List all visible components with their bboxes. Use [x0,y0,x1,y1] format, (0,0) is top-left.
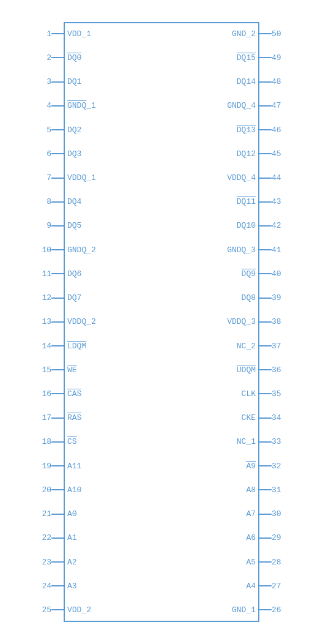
pin-line-right-50 [259,33,272,34]
pin-line-left-12 [51,298,64,299]
label-right-48: DQ14 [237,70,256,93]
pin-line-left-17 [51,417,64,419]
pin-row-right-49: 49 [259,46,285,69]
pin-line-left-19 [51,465,64,466]
pin-number-20: 20 [38,486,51,494]
pin-row-left-17: 17 [38,406,64,430]
pin-number-36: 36 [272,366,285,374]
pin-number-26: 26 [272,606,285,614]
pin-line-right-34 [259,417,272,419]
pin-row-left-18: 18 [38,430,64,454]
pin-line-right-38 [259,321,272,323]
pin-line-right-35 [259,393,272,394]
pin-row-right-45: 45 [259,142,285,165]
label-left-24: A3 [67,574,158,597]
pin-number-12: 12 [38,294,51,302]
label-right-29: A6 [246,526,256,550]
pin-row-right-44: 44 [259,166,285,189]
pin-row-left-8: 8 [38,190,64,214]
pin-row-right-47: 47 [259,94,285,118]
pin-number-38: 38 [272,318,285,326]
pin-row-left-1: 1 [38,22,64,45]
pin-line-right-30 [259,514,272,515]
pin-line-left-24 [51,585,64,586]
pin-row-right-34: 34 [259,406,285,430]
label-right-46: DQ13 [237,118,256,141]
pin-line-right-27 [259,585,272,586]
pin-number-18: 18 [38,438,51,446]
pin-line-left-4 [51,105,64,107]
pin-number-34: 34 [272,414,285,422]
pin-line-right-44 [259,178,272,179]
pin-row-left-11: 11 [38,262,64,285]
pin-row-left-25: 25 [38,598,64,621]
pin-line-right-40 [259,273,272,274]
pin-row-left-24: 24 [38,574,64,597]
label-right-37: NC_2 [237,334,256,358]
label-left-13: VDDQ_2 [67,310,158,334]
pin-line-right-29 [259,537,272,539]
label-left-25: VDD_2 [67,598,158,621]
labels-right-col: GND_2DQ15DQ14GNDQ_4DQ13DQ12VDDQ_4DQ11DQ1… [162,22,259,622]
label-right-47: GNDQ_4 [227,94,256,118]
pin-number-17: 17 [38,414,51,422]
pin-row-left-3: 3 [38,70,64,93]
pin-row-right-32: 32 [259,454,285,477]
pin-number-11: 11 [38,270,51,278]
label-left-7: VDDQ_1 [67,166,158,189]
label-right-42: DQ10 [237,214,256,238]
pin-labels-container: VDD_1DQ0DQ1GNDQ_1DQ2DQ3VDDQ_1DQ4DQ5GNDQ_… [64,22,259,622]
pin-row-left-13: 13 [38,310,64,334]
pin-line-right-33 [259,441,272,443]
pin-row-left-4: 4 [38,94,64,118]
pin-number-41: 41 [272,246,285,254]
pin-number-13: 13 [38,318,51,326]
pin-number-47: 47 [272,102,285,110]
pin-number-31: 31 [272,486,285,494]
pin-line-right-49 [259,57,272,58]
pin-line-left-10 [51,249,64,250]
label-left-17: RAS [67,406,158,430]
pin-number-43: 43 [272,198,285,206]
pin-number-6: 6 [38,150,51,158]
pin-number-46: 46 [272,126,285,134]
pin-row-left-19: 19 [38,454,64,477]
label-right-44: VDDQ_4 [227,166,256,189]
pin-line-right-41 [259,249,272,250]
pin-line-right-26 [259,609,272,610]
pin-line-right-32 [259,465,272,466]
pin-number-42: 42 [272,222,285,230]
pin-number-48: 48 [272,78,285,86]
label-right-34: CKE [242,406,256,430]
pin-line-right-39 [259,298,272,299]
labels-left-col: VDD_1DQ0DQ1GNDQ_1DQ2DQ3VDDQ_1DQ4DQ5GNDQ_… [64,22,162,622]
pin-line-left-16 [51,393,64,394]
pin-number-24: 24 [38,582,51,590]
label-left-8: DQ4 [67,190,158,214]
pin-line-left-23 [51,561,64,563]
pin-number-50: 50 [272,30,285,38]
pin-row-right-28: 28 [259,550,285,574]
label-left-12: DQ7 [67,286,158,309]
label-right-30: A7 [246,502,256,525]
pin-number-37: 37 [272,342,285,350]
pin-row-left-16: 16 [38,382,64,405]
pin-line-right-47 [259,105,272,107]
label-right-33: NC_1 [237,430,256,454]
label-left-1: VDD_1 [67,22,158,45]
pin-number-32: 32 [272,462,285,470]
pin-row-right-35: 35 [259,382,285,405]
label-left-19: A11 [67,454,158,477]
pin-number-25: 25 [38,606,51,614]
pin-number-44: 44 [272,174,285,182]
pin-line-left-15 [51,369,64,370]
pin-number-39: 39 [272,294,285,302]
label-right-40: DQ9 [242,262,256,285]
pin-row-right-37: 37 [259,334,285,358]
pin-line-left-13 [51,321,64,323]
pin-row-left-7: 7 [38,166,64,189]
label-left-16: CAS [67,382,158,405]
pin-number-3: 3 [38,78,51,86]
pin-number-33: 33 [272,438,285,446]
pin-row-left-23: 23 [38,550,64,574]
